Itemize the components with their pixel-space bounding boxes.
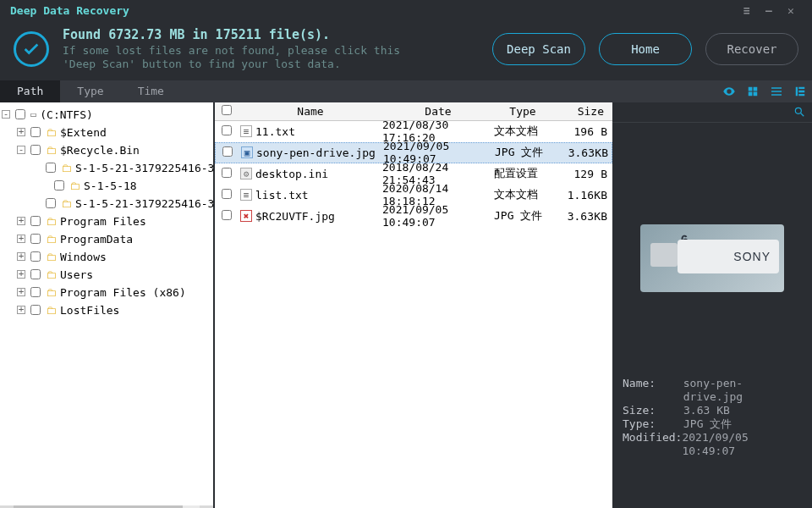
folder-icon: 🗀: [46, 284, 57, 301]
tree-label: Program Files (x86): [60, 284, 186, 301]
table-row[interactable]: ≡11.txt2021/08/30 17:16:20文本文档196B: [215, 121, 612, 142]
file-type: 文本文档: [494, 124, 551, 139]
summary-title: Found 6732.73 MB in 175211 file(s).: [63, 27, 479, 42]
tree-label: $Extend: [60, 124, 107, 141]
table-row[interactable]: ✖$RC2UVTF.jpg2021/09/05 10:49:07JPG 文件3.…: [215, 206, 612, 227]
tree-label: Program Files: [60, 213, 146, 230]
tree-checkbox[interactable]: [54, 180, 64, 190]
row-checkbox[interactable]: [222, 146, 233, 157]
titlebar: Deep Data Recovery ≡ — ✕: [0, 0, 812, 20]
checkmark-icon: [14, 31, 49, 67]
tab-time[interactable]: Time: [121, 80, 181, 102]
table-row[interactable]: ≡list.txt2020/08/14 18:18:12文本文档1.16KB: [215, 185, 612, 206]
file-list-pane: Name Date Type Size ≡11.txt2021/08/30 17…: [213, 102, 612, 509]
tree-item-program-files-x86[interactable]: +🗀Program Files (x86): [2, 284, 213, 301]
folder-icon: 🗀: [61, 159, 72, 177]
file-size-unit: B: [594, 125, 611, 138]
tree-checkbox[interactable]: [30, 287, 41, 297]
file-grid-body: ≡11.txt2021/08/30 17:16:20文本文档196B▣sony-…: [215, 121, 612, 509]
preview-thumbnail: 6 SONY: [640, 224, 784, 292]
tree-checkbox[interactable]: [30, 127, 41, 137]
home-button[interactable]: Home: [599, 33, 692, 65]
file-name: desktop.ini: [255, 168, 328, 180]
usb-brand-label: SONY: [733, 250, 771, 263]
folder-icon: 🗀: [46, 141, 57, 159]
tree-hscrollbar[interactable]: ◀ ▶: [0, 505, 213, 509]
detail-view-icon[interactable]: [788, 80, 812, 102]
col-date[interactable]: Date: [382, 105, 494, 118]
close-icon[interactable]: ✕: [780, 0, 802, 20]
table-row[interactable]: ⚙desktop.ini2018/08/24 21:54:43配置设置129B: [215, 163, 612, 185]
col-type[interactable]: Type: [494, 105, 551, 118]
tree-item-extend[interactable]: +🗀$Extend: [2, 124, 213, 141]
tree-label: $Recycle.Bin: [60, 141, 140, 159]
minimize-icon[interactable]: —: [758, 0, 780, 20]
search-input[interactable]: [612, 106, 787, 118]
preview-toggle-icon[interactable]: [717, 80, 741, 102]
scroll-left-icon[interactable]: ◀: [0, 505, 14, 509]
file-type: 配置设置: [494, 166, 551, 181]
file-metadata: Name:sony-pen-drive.jpg Size:3.63 KB Typ…: [612, 377, 812, 509]
col-size[interactable]: Size: [551, 105, 611, 118]
table-row[interactable]: ▣sony-pen-drive.jpg2021/09/05 10:49:07JP…: [215, 142, 612, 163]
tree-checkbox[interactable]: [30, 305, 41, 315]
header-checkbox[interactable]: [222, 105, 232, 115]
row-checkbox[interactable]: [222, 168, 232, 178]
row-checkbox[interactable]: [222, 189, 232, 199]
folder-icon: 🗀: [69, 177, 80, 195]
tree-checkbox[interactable]: [30, 251, 41, 262]
tree-checkbox[interactable]: [15, 109, 25, 119]
detail-pane: 6 SONY Name:sony-pen-drive.jpg Size:3.63…: [612, 102, 812, 509]
svg-line-1: [801, 113, 804, 117]
file-date: 2021/09/05 10:49:07: [382, 203, 494, 229]
list-view-icon[interactable]: [765, 80, 788, 102]
tree-checkbox[interactable]: [30, 234, 41, 244]
search-icon[interactable]: [787, 106, 812, 118]
file-size: 3.63: [552, 146, 595, 159]
folder-icon: 🗀: [61, 195, 72, 213]
scroll-right-icon[interactable]: ▶: [200, 505, 213, 509]
tree-root[interactable]: -▭(C:NTFS): [2, 106, 213, 124]
svg-point-0: [795, 108, 801, 113]
tree-label: (C:NTFS): [40, 106, 93, 124]
tab-path[interactable]: Path: [0, 80, 60, 102]
tree-label: S-1-5-21-3179225416-36: [75, 159, 213, 177]
meta-modified-key: Modified:: [623, 431, 682, 458]
tree-item-sid2[interactable]: 🗀S-1-5-18: [2, 177, 213, 195]
tree-checkbox[interactable]: [30, 216, 41, 226]
main-area: -▭(C:NTFS) +🗀$Extend -🗀$Recycle.Bin 🗀S-1…: [0, 102, 812, 509]
scroll-thumb[interactable]: [14, 505, 183, 509]
file-name: list.txt: [255, 189, 309, 202]
file-size-unit: KB: [595, 146, 612, 159]
col-name[interactable]: Name: [239, 105, 382, 118]
tree-item-programdata[interactable]: +🗀ProgramData: [2, 230, 213, 248]
file-size: 3.63: [551, 210, 594, 223]
tree-checkbox[interactable]: [30, 145, 41, 155]
tree-checkbox[interactable]: [46, 163, 56, 173]
summary-hint-line1: If some lost files are not found, please…: [63, 44, 479, 58]
tree-label: LostFiles: [60, 301, 119, 319]
file-name: $RC2UVTF.jpg: [255, 210, 335, 223]
tree-item-users[interactable]: +🗀Users: [2, 266, 213, 284]
file-size-unit: KB: [594, 210, 611, 223]
tree-label: S-1-5-18: [84, 177, 137, 195]
row-checkbox[interactable]: [222, 125, 232, 135]
tree-item-sid3[interactable]: 🗀S-1-5-21-3179225416-36: [2, 195, 213, 213]
tree-item-lostfiles[interactable]: +🗀LostFiles: [2, 301, 213, 319]
summary-bar: Found 6732.73 MB in 175211 file(s). If s…: [0, 20, 812, 80]
grid-view-icon[interactable]: [741, 80, 765, 102]
tree-item-program-files[interactable]: +🗀Program Files: [2, 213, 213, 230]
file-type: 文本文档: [494, 187, 551, 202]
deep-scan-button[interactable]: Deep Scan: [492, 33, 585, 65]
tree-item-windows[interactable]: +🗀Windows: [2, 248, 213, 266]
row-checkbox[interactable]: [222, 210, 232, 220]
tree-checkbox[interactable]: [30, 269, 41, 279]
tree-checkbox[interactable]: [46, 198, 56, 208]
tree-item-sid1[interactable]: 🗀S-1-5-21-3179225416-36: [2, 159, 213, 177]
menu-icon[interactable]: ≡: [736, 0, 758, 20]
tree-item-recycle[interactable]: -🗀$Recycle.Bin: [2, 141, 213, 159]
tab-type[interactable]: Type: [60, 80, 120, 102]
folder-icon: 🗀: [46, 230, 57, 248]
recover-button[interactable]: Recover: [705, 33, 798, 65]
file-size: 196: [551, 125, 594, 138]
